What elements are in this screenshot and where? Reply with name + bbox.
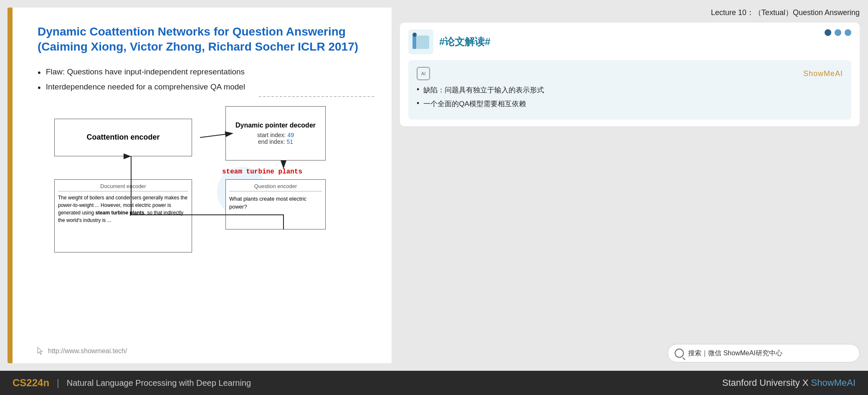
showmeai-label: ShowMeAI — [803, 69, 843, 78]
comment-bullet-1: 缺陷：问题具有独立于输入的表示形式 — [417, 85, 843, 95]
footer-link[interactable]: http://www.showmeai.tech/ — [48, 347, 127, 355]
search-box-container: 搜索｜微信 ShowMeAI研究中心 — [400, 340, 860, 367]
comment-box-header: AI ShowMeAI — [417, 67, 843, 80]
annotation-title: #论文解读# — [439, 35, 491, 48]
lecture-header: Lecture 10：（Textual）Question Answering — [400, 4, 860, 23]
divider: | — [57, 377, 59, 388]
slide-footer: http://www.showmeai.tech/ — [35, 347, 127, 356]
annotation-header: #论文解读# — [408, 29, 851, 54]
book-icon — [410, 31, 431, 52]
doc-encoder-text: The weight of boilers and condensers gen… — [58, 194, 188, 224]
spacer — [400, 135, 860, 340]
ai-icon: AI — [417, 67, 430, 80]
bullet-1: Flaw: Questions have input-independent r… — [38, 67, 371, 78]
showmeai-bottom: ShowMeAI — [811, 377, 855, 388]
course-name: Natural Language Processing with Deep Le… — [67, 378, 251, 388]
comment-box: AI ShowMeAI 缺陷：问题具有独立于输入的表示形式 一个全面的QA模型需… — [408, 60, 851, 120]
slide-panel: Dynamic Coattention Networks for Questio… — [8, 8, 392, 363]
dot-1 — [825, 29, 831, 36]
question-encoder-box: Question encoder What plants create most… — [225, 179, 326, 229]
bullet-2: Interdependence needed for a comprehensi… — [38, 82, 371, 93]
comment-bullet-2: 一个全面的QA模型需要相互依赖 — [417, 99, 843, 109]
end-index-line: end index: 51 — [258, 138, 293, 145]
search-bar[interactable]: 搜索｜微信 ShowMeAI研究中心 — [668, 344, 860, 362]
university-label: Stanford University — [722, 377, 800, 388]
course-code: CS224n — [13, 377, 49, 389]
right-panel: Lecture 10：（Textual）Question Answering — [392, 0, 868, 371]
slide-title: Dynamic Coattention Networks for Questio… — [38, 24, 371, 55]
dynamic-pointer-title: Dynamic pointer decoder — [235, 122, 316, 129]
question-encoder-text: What plants create most electric power? — [229, 195, 322, 211]
search-bar-text: 搜索｜微信 ShowMeAI研究中心 — [688, 349, 782, 358]
doc-encoder-box: Document encoder The weight of boilers a… — [54, 179, 192, 252]
coattention-label: Coattention encoder — [86, 133, 159, 142]
dot-3 — [845, 29, 851, 36]
annotation-icon — [408, 29, 433, 54]
svg-rect-7 — [412, 36, 416, 49]
slide-bullets: Flaw: Questions have input-independent r… — [38, 67, 371, 94]
bottom-left: CS224n | Natural Language Processing wit… — [13, 377, 251, 389]
annotation-card: #论文解读# AI ShowMeAI 缺陷：问题具有独立于输入的表示形式 一个全… — [400, 23, 860, 126]
doc-encoder-header: Document encoder — [58, 181, 188, 191]
dynamic-pointer-box: Dynamic pointer decoder start index: 49 … — [225, 106, 326, 161]
dot-2 — [835, 29, 841, 36]
steam-turbine-label: steam turbine plants — [222, 168, 302, 176]
content-area: Dynamic Coattention Networks for Questio… — [0, 0, 868, 371]
question-encoder-header: Question encoder — [229, 181, 322, 191]
search-icon — [675, 349, 684, 358]
main-container: Dynamic Coattention Networks for Questio… — [0, 0, 868, 395]
diagram-area: Coattention encoder Dynamic pointer deco… — [38, 106, 371, 261]
dots-row — [825, 29, 851, 36]
start-index-line: start index: 49 — [257, 132, 294, 138]
bottom-right: Stanford University X ShowMeAI — [722, 377, 855, 388]
bottom-bar: CS224n | Natural Language Processing wit… — [0, 371, 868, 395]
coattention-encoder-box: Coattention encoder — [54, 119, 192, 156]
x-label: X — [802, 377, 811, 388]
svg-point-9 — [412, 33, 417, 37]
cursor-icon — [35, 347, 45, 356]
